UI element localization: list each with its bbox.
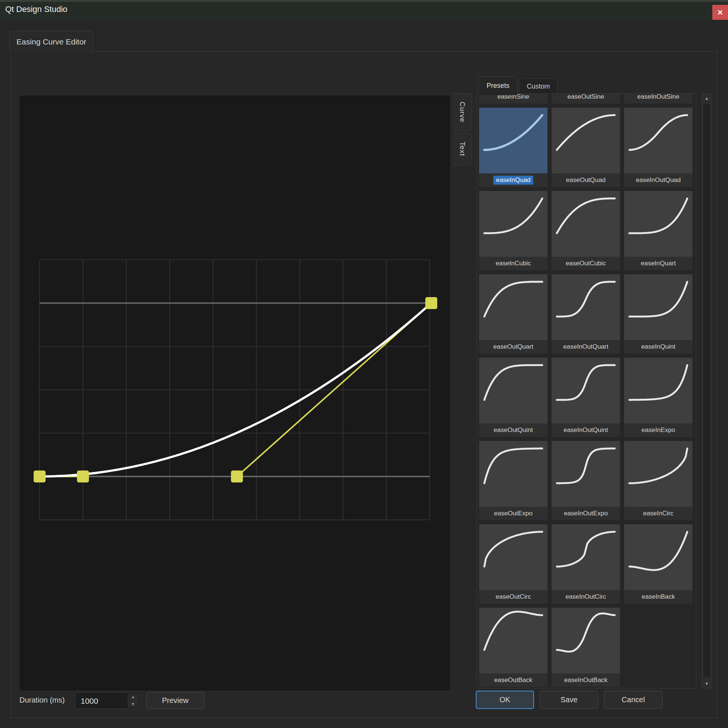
preset-thumbnail	[552, 358, 620, 424]
preset-thumbnail	[552, 608, 620, 673]
preset-label: easeOutCirc	[479, 590, 548, 604]
preset-curve-icon	[624, 524, 693, 590]
preset-label: easeOutQuint	[479, 424, 548, 437]
ok-button[interactable]: OK	[476, 691, 534, 709]
preset-curve-icon	[479, 274, 548, 340]
close-icon: ✕	[717, 8, 723, 17]
preset-curve-icon	[479, 108, 548, 173]
preset-curve-icon	[624, 358, 693, 424]
preset-grid: easeInSineeaseOutSineeaseInOutSineeaseIn…	[477, 93, 696, 688]
preset-thumbnail	[479, 524, 548, 590]
tab-text[interactable]: Text	[453, 133, 472, 165]
preset-label-text: easeOutExpo	[494, 510, 532, 517]
save-button[interactable]: Save	[540, 691, 598, 709]
preset-label-text: easeInBack	[642, 593, 675, 601]
preset-label-text: easeInOutBack	[564, 676, 607, 684]
preset-thumbnail	[624, 441, 693, 507]
preset-label: easeInOutBack	[552, 673, 620, 687]
tab-curve-label: Curve	[458, 102, 466, 122]
preset-label-text: easeOutBack	[494, 676, 532, 684]
preset-label-text: easeInOutQuart	[563, 343, 609, 350]
scroll-up-button[interactable]: ▲	[702, 94, 711, 103]
tab-presets[interactable]: Presets	[478, 76, 518, 95]
preset-label-text: easeInExpo	[642, 427, 675, 434]
preset-thumbnail	[479, 108, 548, 173]
preset-curve-icon	[552, 358, 620, 424]
preset-thumbnail	[479, 274, 548, 340]
duration-input[interactable]	[75, 693, 131, 709]
preview-button-label: Preview	[162, 696, 188, 705]
tab-curve[interactable]: Curve	[453, 93, 472, 131]
spin-up-icon: ▲	[132, 695, 135, 699]
preset-curve-icon	[552, 524, 620, 590]
preset-curve-icon	[479, 358, 548, 424]
preset-label-text: easeInCirc	[643, 510, 673, 517]
preset-label: easeInOutQuad	[624, 173, 693, 187]
preset-curve-icon	[479, 191, 548, 257]
curve-canvas[interactable]	[20, 96, 450, 690]
preset-label: easeInExpo	[624, 424, 693, 437]
control-point-0[interactable]	[34, 471, 46, 482]
tab-easing-curve-editor[interactable]: Easing Curve Editor	[9, 31, 93, 52]
preset-label-text: easeInCubic	[496, 260, 531, 267]
control-point-2[interactable]	[231, 471, 243, 482]
preset-label: easeInOutQuart	[552, 340, 620, 353]
preset-curve-icon	[624, 441, 693, 507]
scroll-down-button[interactable]: ▼	[702, 679, 711, 688]
preset-thumbnail	[479, 441, 548, 507]
preset-label: easeOutQuart	[479, 340, 548, 353]
preset-label: easeInCubic	[479, 257, 548, 270]
preset-curve-icon	[552, 108, 620, 173]
preset-curve-icon	[479, 441, 548, 507]
scrollbar-thumb[interactable]	[703, 104, 711, 678]
preset-thumbnail	[552, 274, 620, 340]
preset-curve-icon	[479, 524, 548, 590]
easing-curve-svg	[20, 96, 450, 690]
preset-label: easeInQuint	[624, 340, 693, 353]
ok-button-label: OK	[500, 696, 511, 704]
preset-curve-icon	[624, 274, 693, 340]
tab-custom[interactable]: Custom	[519, 78, 558, 94]
preset-label: easeInOutSine	[624, 93, 693, 104]
preview-button[interactable]: Preview	[146, 692, 205, 709]
preset-curve-icon	[552, 608, 620, 673]
preset-thumbnail	[479, 358, 548, 424]
preset-thumbnail	[552, 524, 620, 590]
scroll-up-icon: ▲	[705, 96, 709, 101]
preset-label: easeOutSine	[552, 93, 620, 104]
preset-label: easeInOutCirc	[552, 590, 620, 604]
preset-label-text: easeInQuart	[641, 260, 676, 267]
preset-label-text: easeInOutCirc	[566, 593, 606, 601]
preset-scrollbar[interactable]: ▲ ▼	[702, 93, 711, 688]
control-point-1[interactable]	[77, 471, 89, 482]
spin-buttons: ▲ ▼	[127, 694, 139, 707]
spin-up-button[interactable]: ▲	[127, 694, 139, 701]
preset-label-text: easeOutQuart	[493, 343, 533, 350]
preset-thumbnail	[552, 108, 620, 173]
preset-label: easeOutCubic	[552, 257, 620, 270]
preset-thumbnail	[552, 191, 620, 257]
preset-label: easeInOutExpo	[552, 507, 620, 520]
preset-curve-icon	[552, 274, 620, 340]
preset-curve-icon	[624, 108, 693, 173]
preset-label: easeInBack	[624, 590, 693, 604]
preset-label: easeOutBack	[479, 673, 548, 687]
preset-label-text: easeOutCirc	[496, 593, 531, 601]
tab-custom-label: Custom	[526, 83, 550, 90]
preset-thumbnail	[479, 191, 548, 257]
tab-text-label: Text	[458, 142, 466, 156]
duration-label: Duration (ms)	[20, 696, 65, 705]
control-point-3[interactable]	[425, 297, 437, 309]
preset-label: easeInCirc	[624, 507, 693, 520]
preset-curve-icon	[479, 608, 548, 673]
preset-label-text: easeOutQuad	[566, 176, 606, 184]
preset-label: easeOutExpo	[479, 507, 548, 520]
cancel-button[interactable]: Cancel	[604, 691, 662, 709]
preset-thumbnail	[552, 441, 620, 507]
preset-label-text: easeInQuint	[641, 343, 676, 350]
spin-down-button[interactable]: ▼	[127, 701, 139, 708]
preset-label-text: easeInOutQuint	[564, 427, 608, 434]
preset-label: easeInQuad	[479, 173, 548, 187]
close-button[interactable]: ✕	[712, 5, 728, 20]
preset-label-text: easeInOutExpo	[564, 510, 608, 517]
